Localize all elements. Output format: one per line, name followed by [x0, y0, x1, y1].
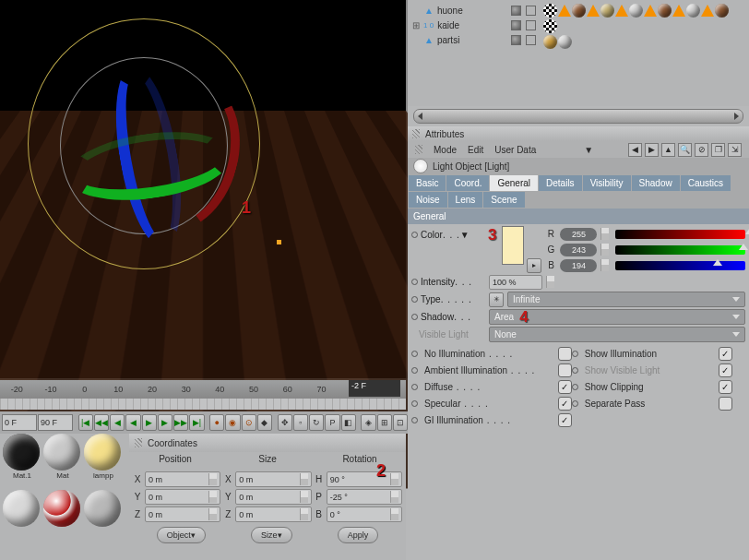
nav-fwd-icon[interactable]: ▶	[645, 143, 659, 157]
rot-H-field[interactable]: 90 °	[327, 471, 402, 487]
param-tool-icon[interactable]: P	[325, 414, 339, 431]
pos-X-field[interactable]: 0 m	[145, 471, 220, 487]
nav-up-icon[interactable]: ▲	[661, 143, 675, 157]
mat-tag-icon[interactable]	[658, 4, 672, 18]
object-mode-button[interactable]: Object ▾	[157, 527, 206, 543]
start-frame-field[interactable]: 0 F	[2, 414, 37, 431]
color-expand-icon[interactable]: ▸	[527, 258, 541, 273]
tab-shadow[interactable]: Shadow	[632, 175, 680, 191]
lock-icon[interactable]: ⊘	[695, 143, 708, 157]
menu-mode[interactable]: Mode	[434, 145, 457, 155]
tree-item[interactable]: partsi	[437, 35, 459, 45]
tab-lens[interactable]: Lens	[448, 192, 483, 208]
pos-Y-field[interactable]: 0 m	[145, 489, 220, 505]
intensity-field[interactable]: 100 %	[489, 275, 542, 290]
checkbox-show-illumination[interactable]	[719, 347, 732, 361]
prev-frame-button[interactable]: ◀	[110, 414, 125, 431]
type-dropdown[interactable]: Infinite	[507, 292, 745, 307]
type-icon[interactable]: ✳	[489, 292, 504, 307]
mat-tag-icon[interactable]	[558, 35, 572, 49]
mat-tag-icon[interactable]	[629, 4, 643, 18]
tool-a-icon[interactable]: ◈	[361, 414, 375, 431]
autokey-button[interactable]: ◉	[225, 414, 240, 431]
tab-details[interactable]: Details	[539, 175, 582, 191]
g-value-field[interactable]: 243	[560, 244, 597, 256]
timeline-ruler[interactable]: -20-100102030405060708090	[0, 380, 406, 399]
size-X-field[interactable]: 0 m	[235, 471, 311, 487]
pla-tool-icon[interactable]: ◧	[341, 414, 356, 431]
b-slider[interactable]	[615, 261, 745, 270]
size-Z-field[interactable]: 0 m	[235, 506, 311, 522]
material-ball[interactable]	[3, 434, 40, 471]
tree-item[interactable]: kaide	[437, 20, 459, 30]
material-ball[interactable]	[43, 490, 80, 527]
object-tree[interactable]: ▲huone ⊞1 0kaide ▲partsi	[408, 0, 541, 106]
mat-tag-icon[interactable]	[572, 4, 586, 18]
tab-scene[interactable]: Scene	[483, 192, 524, 208]
tool-c-icon[interactable]: ⊡	[393, 414, 408, 431]
r-value-field[interactable]: 255	[560, 228, 597, 241]
shadow-dropdown[interactable]: Area4	[489, 309, 745, 325]
apply-button[interactable]: Apply	[338, 527, 379, 543]
prev-key-button[interactable]: ◀◀	[94, 414, 109, 431]
color-swatch[interactable]	[502, 226, 524, 265]
material-ball[interactable]	[84, 434, 121, 471]
play-button[interactable]: ▶	[142, 414, 157, 431]
tool-b-icon[interactable]: ⊞	[377, 414, 392, 431]
3d-viewport[interactable]: 1	[0, 0, 408, 378]
frame-ruler[interactable]	[0, 399, 406, 410]
checkbox-specular[interactable]	[558, 397, 572, 411]
mat-tag-icon[interactable]	[715, 4, 729, 18]
rot-P-field[interactable]: -25 °	[327, 489, 402, 505]
end-frame-field[interactable]: 90 F	[38, 414, 73, 431]
current-frame-field[interactable]: -2 F	[349, 380, 400, 397]
material-ball[interactable]	[43, 434, 80, 471]
mat-tag-icon[interactable]	[600, 4, 614, 18]
tab-visibility[interactable]: Visibility	[583, 175, 631, 191]
checkbox-diffuse[interactable]	[558, 380, 572, 394]
go-end-button[interactable]: ▶|	[189, 414, 204, 431]
checkbox-ambient-illumination[interactable]	[558, 363, 572, 377]
tex-tag-icon[interactable]	[543, 4, 557, 18]
checkbox-no-illumination[interactable]	[558, 347, 572, 361]
tree-item[interactable]: huone	[437, 6, 463, 16]
key-options-button[interactable]: ⊙	[242, 414, 256, 431]
size-mode-button[interactable]: Size ▾	[251, 527, 292, 543]
tab-noise[interactable]: Noise	[409, 192, 447, 208]
pos-Z-field[interactable]: 0 m	[145, 506, 220, 522]
search-icon[interactable]: 🔍	[678, 143, 692, 157]
tab-caustics[interactable]: Caustics	[681, 175, 731, 191]
menu-userdata[interactable]: User Data	[494, 145, 536, 155]
checkbox-show-clipping[interactable]	[719, 380, 732, 394]
r-slider[interactable]	[615, 230, 745, 239]
mat-tag-icon[interactable]	[686, 4, 700, 18]
play-back-button[interactable]: ◀	[125, 414, 140, 431]
rotate-tool-icon[interactable]: ↻	[309, 414, 324, 431]
pin-icon[interactable]: ⇲	[728, 143, 742, 157]
checkbox-gi-illumination[interactable]	[558, 413, 572, 427]
g-slider[interactable]	[615, 245, 745, 255]
go-start-button[interactable]: |◀	[78, 414, 93, 431]
checkbox-separate-pass[interactable]	[719, 397, 732, 411]
rot-B-field[interactable]: 0 °	[327, 506, 402, 522]
tab-basic[interactable]: Basic	[409, 175, 446, 191]
tab-coord[interactable]: Coord.	[446, 175, 489, 191]
next-key-button[interactable]: ▶▶	[173, 414, 188, 431]
record-button[interactable]: ●	[209, 414, 224, 431]
menu-edit[interactable]: Edit	[468, 145, 483, 155]
material-ball[interactable]	[3, 490, 40, 527]
tab-general[interactable]: General	[490, 175, 538, 191]
next-frame-button[interactable]: ▶	[158, 414, 172, 431]
h-scrollbar[interactable]	[413, 109, 743, 124]
size-Y-field[interactable]: 0 m	[235, 489, 311, 505]
scale-tool-icon[interactable]: ▫	[293, 414, 308, 431]
grip-icon	[412, 129, 420, 138]
mat-tag-icon[interactable]	[543, 35, 557, 49]
nav-back-icon[interactable]: ◀	[628, 143, 642, 157]
move-tool-icon[interactable]: ✥	[278, 414, 292, 431]
b-value-field[interactable]: 194	[560, 259, 597, 272]
new-window-icon[interactable]: ❐	[711, 143, 725, 157]
material-ball[interactable]	[84, 490, 121, 527]
tex-tag-icon[interactable]	[543, 19, 557, 33]
key-sel-button[interactable]: ◆	[257, 414, 272, 431]
